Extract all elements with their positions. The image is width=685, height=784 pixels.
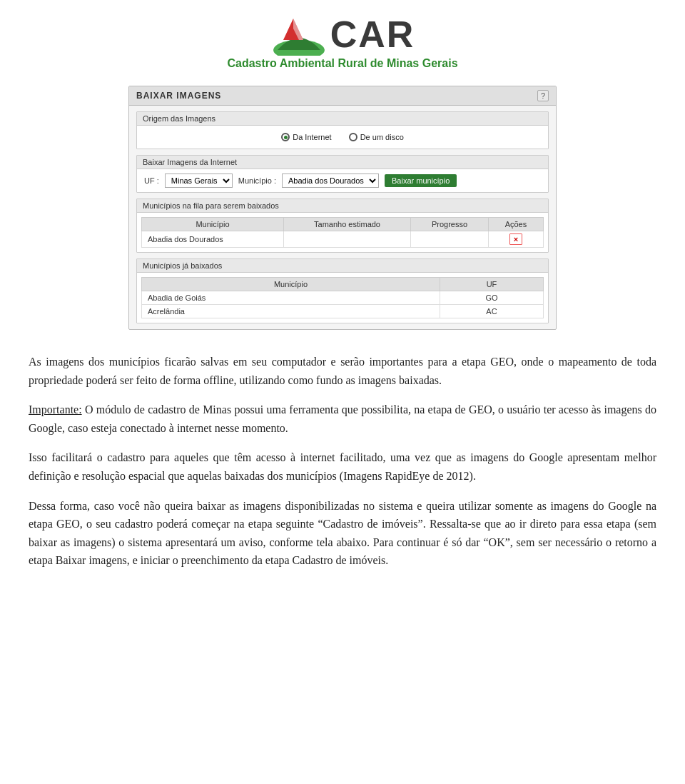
important-label: Importante:	[29, 403, 82, 416]
radio-group-origem: Da Internet De um disco	[144, 130, 541, 144]
baixados-table: Município UF Abadia de Goiás GO Acrelând…	[141, 277, 544, 318]
delete-row-button[interactable]: ×	[509, 233, 522, 245]
fila-table: Município Tamanho estimado Progresso Açõ…	[141, 217, 544, 248]
col-uf-baixados: UF	[440, 278, 543, 291]
radio-disco[interactable]: De um disco	[349, 133, 404, 141]
radio-internet[interactable]: Da Internet	[281, 133, 331, 141]
page-header: CAR Cadastro Ambiental Rural de Minas Ge…	[0, 0, 685, 77]
paragraph-3: Isso facilitará o cadastro para aqueles …	[29, 448, 656, 485]
table-row: Abadia dos Dourados ×	[142, 231, 544, 248]
section-baixados-body: Município UF Abadia de Goiás GO Acrelând…	[137, 273, 548, 323]
municipio-label: Município :	[238, 176, 276, 185]
table-row: Acrelândia AC	[142, 305, 544, 318]
section-baixados: Municípios já baixados Município UF Abad…	[136, 258, 549, 323]
col-progresso: Progresso	[411, 218, 489, 231]
section-origem-body: Da Internet De um disco	[137, 126, 548, 149]
baixar-municipio-button[interactable]: Baixar município	[385, 174, 457, 187]
logo-subtitle: Cadastro Ambiental Rural de Minas Gerais	[0, 57, 685, 70]
section-baixar: Baixar Imagens da Internet UF : Minas Ge…	[136, 155, 549, 193]
section-origem-title: Origem das Imagens	[137, 112, 548, 126]
cell-municipio: Abadia dos Dourados	[142, 231, 284, 248]
radio-internet-label: Da Internet	[293, 133, 331, 141]
window-title: BAIXAR IMAGENS	[136, 91, 221, 101]
section-baixar-title: Baixar Imagens da Internet	[137, 156, 548, 169]
logo-text: CAR	[330, 13, 415, 56]
col-municipio: Município	[142, 218, 284, 231]
cell-municipio-baixado: Acrelândia	[142, 305, 440, 318]
paragraph-4: Dessa forma, caso você não queira baixar…	[29, 497, 656, 570]
cell-tamanho	[283, 231, 410, 248]
close-icon: ×	[514, 235, 518, 243]
logo-container: CAR	[0, 13, 685, 56]
section-origem: Origem das Imagens Da Internet De um dis…	[136, 111, 549, 149]
paragraph-2-text: O módulo de cadastro de Minas possui uma…	[29, 403, 656, 434]
section-fila-body: Município Tamanho estimado Progresso Açõ…	[137, 213, 548, 252]
col-municipio-baixados: Município	[142, 278, 440, 291]
screenshot-window: BAIXAR IMAGENS ? Origem das Imagens Da I…	[128, 86, 557, 330]
uf-select[interactable]: Minas Gerais	[165, 174, 233, 188]
radio-disco-label: De um disco	[360, 133, 404, 141]
table-row: Abadia de Goiás GO	[142, 291, 544, 305]
cell-municipio-baixado: Abadia de Goiás	[142, 291, 440, 305]
cell-acao: ×	[488, 231, 543, 248]
cell-progresso	[411, 231, 489, 248]
municipio-select[interactable]: Abadia dos Dourados	[282, 174, 379, 188]
cell-uf-baixado: GO	[440, 291, 543, 305]
col-acoes: Ações	[488, 218, 543, 231]
titlebar: BAIXAR IMAGENS ?	[129, 86, 556, 106]
help-button[interactable]: ?	[537, 90, 549, 101]
radio-disco-dot	[349, 133, 357, 141]
section-fila-title: Municípios na fila para serem baixados	[137, 199, 548, 213]
paragraph-2: Importante: O módulo de cadastro de Mina…	[29, 401, 656, 437]
cell-uf-baixado: AC	[440, 305, 543, 318]
radio-internet-dot	[281, 133, 290, 141]
section-fila: Municípios na fila para serem baixados M…	[136, 198, 549, 253]
section-baixados-title: Municípios já baixados	[137, 259, 548, 273]
paragraph-1: As imagens dos municípios ficarão salvas…	[29, 353, 656, 389]
uf-label: UF :	[144, 176, 159, 185]
uf-row: UF : Minas Gerais Município : Abadia dos…	[144, 174, 541, 188]
section-baixar-body: UF : Minas Gerais Município : Abadia dos…	[137, 169, 548, 192]
content-area: As imagens dos municípios ficarão salvas…	[0, 346, 685, 595]
logo-icon	[270, 13, 328, 56]
col-tamanho: Tamanho estimado	[283, 218, 410, 231]
